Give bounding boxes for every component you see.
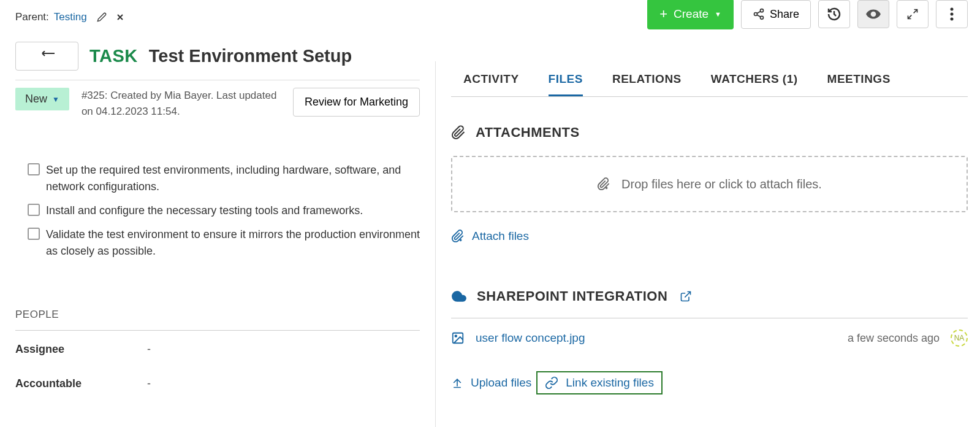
create-label: Create	[674, 7, 708, 21]
svg-point-5	[951, 13, 954, 16]
sharepoint-section-header: SHAREPOINT INTEGRATION	[451, 288, 968, 304]
tabs: ACTIVITY FILES RELATIONS WATCHERS (1) ME…	[451, 72, 968, 97]
checklist: Set up the required test environments, i…	[28, 162, 420, 260]
edit-parent-icon[interactable]	[97, 12, 107, 22]
caret-down-icon: ▼	[715, 10, 721, 18]
checkbox[interactable]	[28, 163, 40, 175]
tab-watchers[interactable]: WATCHERS (1)	[711, 72, 798, 96]
svg-point-4	[951, 8, 954, 11]
plus-icon: +	[659, 6, 667, 22]
image-file-icon	[451, 331, 465, 345]
attach-icon	[597, 177, 610, 191]
history-button[interactable]	[818, 0, 850, 28]
task-type-label: TASK	[89, 46, 138, 66]
attachments-heading: ATTACHMENTS	[476, 125, 580, 140]
people-row-assignee: Assignee -	[15, 343, 420, 356]
checklist-item: Set up the required test environments, i…	[28, 162, 420, 195]
open-external-icon[interactable]	[680, 290, 692, 302]
dropzone-text: Drop files here or click to attach files…	[621, 177, 822, 191]
checklist-text: Validate the test environment to ensure …	[46, 226, 420, 260]
link-icon	[545, 376, 558, 390]
people-row-accountable: Accountable -	[15, 377, 420, 390]
status-dropdown[interactable]: New ▼	[15, 88, 69, 110]
upload-files-link[interactable]: Upload files	[451, 376, 531, 390]
share-button[interactable]: Share	[741, 0, 811, 29]
svg-point-1	[754, 13, 757, 16]
link-existing-files-button[interactable]: Link existing files	[536, 371, 663, 394]
expand-icon	[906, 8, 919, 20]
eye-icon	[865, 6, 881, 22]
remove-parent-icon[interactable]	[115, 12, 125, 22]
people-heading: PEOPLE	[15, 309, 420, 321]
task-title: Test Environment Setup	[149, 46, 352, 66]
status-label: New	[25, 93, 47, 106]
upload-icon	[451, 377, 463, 389]
people-divider	[15, 330, 420, 331]
tab-meetings[interactable]: MEETINGS	[827, 72, 891, 96]
history-icon	[827, 7, 841, 21]
header-divider	[15, 80, 420, 80]
accountable-label: Accountable	[15, 377, 147, 390]
attach-files-label: Attach files	[472, 229, 529, 243]
parent-link[interactable]: Testing	[54, 11, 87, 23]
svg-point-8	[455, 335, 457, 337]
share-label: Share	[770, 8, 799, 21]
svg-point-2	[760, 16, 763, 19]
parent-breadcrumb: Parent: Testing	[15, 11, 420, 23]
checklist-text: Set up the required test environments, i…	[46, 162, 420, 195]
share-icon	[753, 8, 765, 20]
file-name-link[interactable]: user flow concept.jpg	[476, 331, 837, 345]
link-existing-label: Link existing files	[566, 376, 654, 390]
back-button[interactable]	[15, 42, 78, 71]
paperclip-icon	[451, 125, 466, 140]
assignee-value[interactable]: -	[147, 343, 151, 356]
file-timestamp: a few seconds ago	[848, 332, 940, 345]
watch-button[interactable]	[857, 0, 889, 28]
fullscreen-button[interactable]	[897, 0, 929, 28]
cloud-icon	[451, 288, 467, 304]
parent-label: Parent:	[15, 11, 49, 23]
create-button[interactable]: + Create ▼	[647, 0, 734, 29]
attach-icon	[451, 229, 465, 243]
sharepoint-file-row: user flow concept.jpg a few seconds ago …	[451, 329, 968, 347]
checklist-item: Install and configure the necessary test…	[28, 202, 420, 219]
tab-relations[interactable]: RELATIONS	[612, 72, 682, 96]
svg-point-6	[951, 18, 954, 21]
caret-down-icon: ▼	[52, 95, 59, 104]
checkbox[interactable]	[28, 204, 40, 216]
kebab-icon	[950, 7, 954, 21]
task-meta: #325: Created by Mia Bayer. Last updated…	[82, 88, 281, 119]
user-badge: NA	[951, 329, 968, 347]
review-button[interactable]: Review for Marketing	[293, 88, 420, 117]
checklist-item: Validate the test environment to ensure …	[28, 226, 420, 260]
svg-point-0	[760, 9, 763, 12]
accountable-value[interactable]: -	[147, 377, 151, 390]
checklist-text: Install and configure the necessary test…	[46, 202, 363, 219]
attach-files-link[interactable]: Attach files	[451, 229, 529, 243]
file-dropzone[interactable]: Drop files here or click to attach files…	[451, 156, 968, 212]
assignee-label: Assignee	[15, 343, 147, 356]
checkbox[interactable]	[28, 228, 40, 240]
tab-files[interactable]: FILES	[549, 72, 583, 96]
more-button[interactable]	[936, 0, 968, 28]
svg-point-3	[872, 13, 875, 15]
sharepoint-heading: SHAREPOINT INTEGRATION	[477, 288, 667, 304]
sharepoint-divider	[451, 318, 968, 318]
upload-files-label: Upload files	[471, 376, 531, 390]
toolbar: + Create ▼ Share	[647, 0, 968, 29]
attachments-section-header: ATTACHMENTS	[451, 125, 968, 140]
tab-activity[interactable]: ACTIVITY	[463, 72, 519, 96]
